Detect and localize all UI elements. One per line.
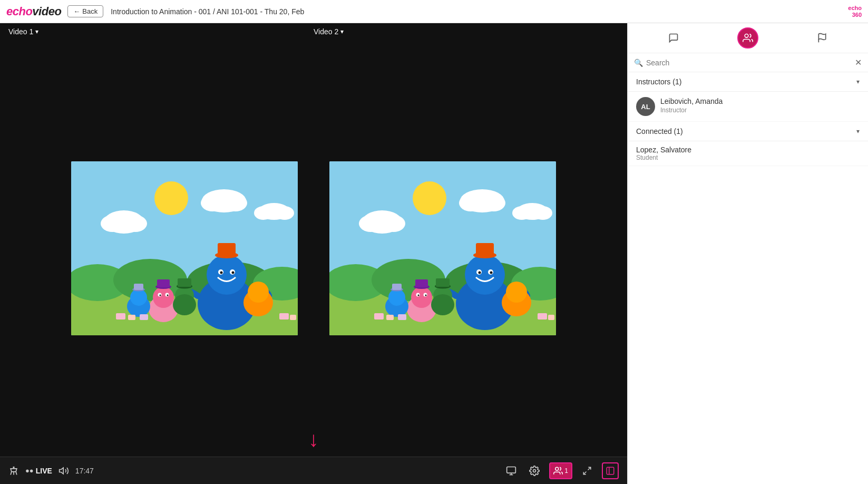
- back-arrow-icon: ←: [73, 7, 80, 15]
- settings-button[interactable]: [526, 462, 543, 479]
- svg-point-12: [224, 195, 247, 211]
- svg-point-34: [248, 282, 269, 303]
- back-button[interactable]: ← Back: [67, 5, 103, 17]
- search-icon: 🔍: [634, 59, 643, 67]
- video-area: Video 1 ▾ Video 2 ▾: [0, 23, 627, 484]
- instructor-name: Leibovich, Amanda: [660, 97, 723, 105]
- instructor-role: Instructor: [660, 107, 723, 114]
- instructors-section-header[interactable]: Instructors (1) ▾: [628, 72, 868, 92]
- instructor-item: AL Leibovich, Amanda Instructor: [628, 92, 868, 122]
- video1-chevron-icon: ▾: [35, 28, 38, 35]
- svg-point-30: [167, 295, 169, 296]
- tab-people[interactable]: [737, 27, 758, 49]
- svg-point-77: [418, 295, 420, 296]
- svg-rect-90: [436, 278, 450, 287]
- svg-rect-32: [157, 279, 170, 287]
- svg-point-14: [254, 206, 273, 220]
- svg-point-11: [201, 195, 224, 211]
- svg-rect-91: [374, 313, 384, 320]
- svg-line-104: [583, 471, 586, 474]
- expand-button[interactable]: [579, 462, 596, 479]
- svg-point-40: [173, 294, 196, 315]
- video1-frame: [71, 161, 298, 335]
- svg-rect-47: [290, 315, 296, 320]
- echovideo-logo: echovideo: [6, 5, 61, 18]
- svg-point-88: [431, 294, 454, 315]
- svg-point-78: [425, 295, 427, 296]
- svg-point-68: [479, 272, 481, 274]
- connected-name: Lopez, Salvatore: [636, 146, 860, 154]
- video2-title[interactable]: Video 2 ▾: [314, 27, 619, 36]
- svg-point-96: [13, 466, 14, 468]
- search-input[interactable]: [646, 59, 852, 67]
- svg-point-36: [130, 289, 147, 306]
- svg-point-69: [490, 272, 493, 274]
- svg-point-101: [533, 469, 536, 472]
- participants-button[interactable]: 1: [549, 462, 572, 479]
- svg-point-15: [275, 206, 294, 220]
- svg-point-9: [124, 215, 147, 232]
- svg-rect-71: [476, 243, 494, 256]
- svg-point-57: [382, 215, 405, 232]
- accessibility-button[interactable]: [8, 466, 19, 476]
- connected-item: Lopez, Salvatore Student: [628, 141, 868, 166]
- connected-section-header[interactable]: Connected (1) ▾: [628, 122, 868, 141]
- svg-rect-42: [178, 278, 191, 287]
- video2-chevron-icon: ▾: [340, 28, 344, 35]
- svg-rect-98: [507, 467, 516, 473]
- topbar: echovideo ← Back Introduction to Animati…: [0, 0, 868, 23]
- svg-rect-38: [134, 284, 143, 290]
- controls-bar: ●● LIVE 17:47 1: [0, 457, 627, 484]
- svg-point-21: [232, 272, 235, 274]
- svg-rect-105: [607, 467, 614, 475]
- svg-point-54: [413, 181, 446, 215]
- participants-count: 1: [564, 467, 568, 475]
- connected-role: Student: [636, 154, 860, 161]
- svg-line-103: [588, 467, 591, 470]
- instructors-label: Instructors (1): [636, 78, 681, 86]
- tab-chat[interactable]: [663, 27, 684, 49]
- volume-button[interactable]: [58, 466, 69, 476]
- instructor-avatar: AL: [636, 97, 655, 116]
- panel-content: Instructors (1) ▾ AL Leibovich, Amanda I…: [628, 72, 868, 484]
- svg-point-65: [465, 255, 505, 295]
- svg-point-6: [154, 181, 188, 215]
- svg-rect-23: [218, 243, 236, 256]
- svg-rect-94: [538, 313, 547, 320]
- clear-search-icon[interactable]: ✕: [855, 57, 862, 67]
- panel-search: 🔍 ✕: [628, 53, 868, 72]
- svg-rect-93: [398, 314, 406, 320]
- svg-point-8: [101, 215, 124, 232]
- connected-chevron-icon: ▾: [856, 128, 860, 135]
- panel-tabs: [628, 23, 868, 53]
- main-area: Video 1 ▾ Video 2 ▾: [0, 23, 868, 484]
- time-display: 17:47: [75, 467, 94, 475]
- svg-point-84: [388, 289, 405, 306]
- svg-point-107: [745, 34, 748, 38]
- video1-title[interactable]: Video 1 ▾: [8, 27, 314, 36]
- live-button[interactable]: ●● LIVE: [25, 467, 52, 475]
- panel-toggle-button[interactable]: [602, 462, 619, 479]
- video-header: Video 1 ▾ Video 2 ▾: [0, 23, 627, 40]
- right-panel: 🔍 ✕ Instructors (1) ▾ AL Leibovich, Aman…: [627, 23, 868, 484]
- svg-point-74: [411, 287, 432, 308]
- svg-rect-44: [128, 315, 135, 320]
- tab-flag[interactable]: [812, 27, 833, 49]
- svg-point-59: [459, 195, 482, 211]
- svg-point-26: [153, 287, 174, 308]
- svg-point-102: [555, 467, 559, 470]
- svg-rect-43: [116, 313, 125, 320]
- instructors-chevron-icon: ▾: [856, 78, 860, 85]
- breadcrumb: Introduction to Animation - 001 / ANI 10…: [111, 7, 848, 16]
- instructor-info: Leibovich, Amanda Instructor: [660, 97, 723, 114]
- svg-rect-95: [548, 315, 554, 320]
- echo360-logo: echo360: [848, 5, 862, 17]
- video2-frame: [329, 161, 556, 335]
- monitor-button[interactable]: [503, 462, 520, 479]
- svg-point-29: [160, 295, 161, 296]
- svg-point-17: [207, 255, 247, 295]
- svg-point-63: [533, 206, 552, 220]
- svg-point-60: [482, 195, 505, 211]
- svg-marker-97: [60, 468, 64, 474]
- svg-rect-80: [415, 279, 428, 287]
